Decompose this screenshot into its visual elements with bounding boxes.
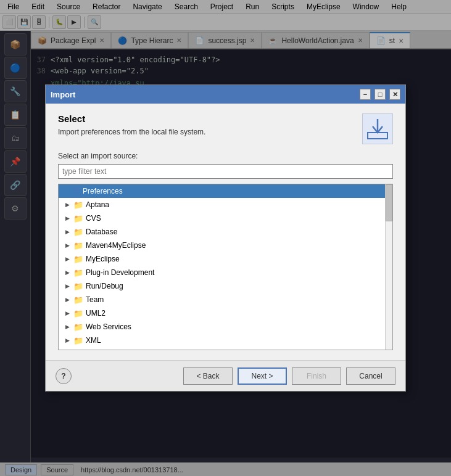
dialog-overlay: Import − □ ✕ Select Import preferences f… (0, 0, 451, 476)
tree-label-run-debug: Run/Debug (86, 282, 123, 290)
finish-button[interactable]: Finish (292, 367, 341, 385)
tree-arrow-run-debug: ▶ (64, 283, 71, 289)
folder-icon-aptana: 📁 (73, 200, 83, 210)
dialog-controls: − □ ✕ (360, 89, 400, 100)
folder-icon-team: 📁 (73, 295, 83, 305)
tree-arrow-plugin: ▶ (64, 269, 71, 276)
next-button[interactable]: Next > (238, 367, 287, 385)
folder-icon-myeclipse: 📁 (73, 255, 83, 264)
tree-label-cvs: CVS (86, 214, 101, 223)
dialog-footer: ? < Back Next > Finish Cancel (46, 360, 405, 391)
help-icon: ? (61, 372, 65, 380)
tree-item-uml2[interactable]: ▶ 📁 UML2 (59, 306, 392, 320)
back-button[interactable]: < Back (183, 367, 233, 385)
tree-label-plugin: Plug-in Development (86, 268, 154, 277)
dialog-import-icon (362, 113, 393, 144)
dialog-header-text: Select Import preferences from the local… (58, 113, 205, 136)
dialog-minimize-button[interactable]: − (360, 89, 371, 100)
tree-item-maven[interactable]: ▶ 📁 Maven4MyEclipse (59, 239, 392, 252)
folder-icon-cvs: 📁 (73, 214, 83, 223)
tree-item-plugin-dev[interactable]: ▶ 📁 Plug-in Development (59, 266, 392, 279)
dialog-title: Import (51, 90, 75, 99)
tree-label-maven: Maven4MyEclipse (86, 241, 146, 250)
dialog-maximize-button[interactable]: □ (374, 89, 386, 100)
preferences-icon: ☰ (73, 187, 80, 195)
filter-input[interactable] (58, 164, 393, 179)
import-svg-icon (365, 117, 390, 141)
tree-scrollbar[interactable] (385, 184, 392, 350)
dialog-action-buttons: < Back Next > Finish Cancel (183, 367, 395, 385)
dialog-description: Import preferences from the local file s… (58, 128, 205, 136)
tree-label-aptana: Aptana (86, 200, 109, 209)
folder-icon-database: 📁 (73, 228, 83, 237)
import-dialog: Import − □ ✕ Select Import preferences f… (45, 84, 406, 392)
tree-arrow-cvs: ▶ (64, 215, 71, 221)
tree-label-preferences: Preferences (83, 187, 123, 195)
tree-item-run-debug[interactable]: ▶ 📁 Run/Debug (59, 279, 392, 293)
folder-icon-maven: 📁 (73, 241, 83, 250)
tree-arrow-aptana: ▶ (64, 202, 71, 208)
folder-icon-run-debug: 📁 (73, 282, 83, 291)
tree-label-database: Database (86, 228, 117, 236)
tree-scroll-thumb[interactable] (386, 184, 392, 221)
cancel-button[interactable]: Cancel (346, 367, 395, 385)
tree-label-web-services: Web Services (86, 322, 131, 331)
folder-icon-uml2: 📁 (73, 309, 83, 318)
source-label: Select an import source: (58, 152, 393, 160)
tree-container[interactable]: ☰ Preferences ▶ 📁 Aptana ▶ 📁 CVS ▶ (58, 184, 393, 350)
tree-item-team[interactable]: ▶ 📁 Team (59, 293, 392, 306)
tree-item-myeclipse[interactable]: ▶ 📁 MyEclipse (59, 252, 392, 266)
folder-icon-web-services: 📁 (73, 322, 83, 332)
tree-arrow-myeclipse: ▶ (64, 256, 71, 262)
tree-item-xml[interactable]: ▶ 📁 XML (59, 334, 392, 347)
tree-arrow-database: ▶ (64, 229, 71, 235)
tree-item-cvs[interactable]: ▶ 📁 CVS (59, 211, 392, 225)
help-button[interactable]: ? (56, 368, 72, 384)
dialog-section-title: Select (58, 113, 205, 124)
tree-item-preferences[interactable]: ☰ Preferences (59, 184, 392, 198)
tree-label-team: Team (86, 295, 104, 304)
tree-label-myeclipse: MyEclipse (86, 255, 120, 263)
dialog-body: Select Import preferences from the local… (46, 104, 405, 360)
tree-arrow-web-services: ▶ (64, 324, 71, 330)
dialog-titlebar: Import − □ ✕ (46, 85, 405, 104)
tree-label-xml: XML (86, 336, 101, 345)
dialog-close-button[interactable]: ✕ (389, 89, 400, 100)
tree-label-uml2: UML2 (86, 309, 106, 318)
folder-icon-plugin: 📁 (73, 268, 83, 277)
tree-item-database[interactable]: ▶ 📁 Database (59, 225, 392, 239)
tree-arrow-uml2: ▶ (64, 310, 71, 316)
folder-icon-xml: 📁 (73, 336, 83, 345)
dialog-header: Select Import preferences from the local… (58, 113, 393, 144)
tree-arrow-team: ▶ (64, 297, 71, 303)
tree-arrow-maven: ▶ (64, 242, 71, 248)
tree-item-aptana[interactable]: ▶ 📁 Aptana (59, 198, 392, 211)
tree-arrow-xml: ▶ (64, 337, 71, 343)
tree-item-web-services[interactable]: ▶ 📁 Web Services (59, 320, 392, 334)
